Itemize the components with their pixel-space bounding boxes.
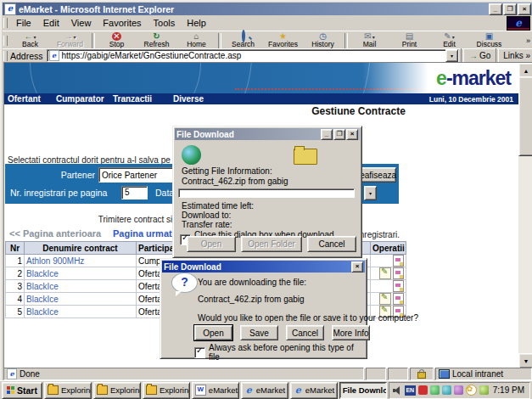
window-title: eMarket - Microsoft Internet Explorer: [19, 4, 488, 14]
progress-bar: [178, 188, 355, 198]
file-download-prompt-dialog: File Download × ? You are downloading th…: [160, 258, 367, 359]
taskbar-task-word-doc[interactable]: W eMarket1.doc...: [192, 382, 239, 399]
download-contract-icon[interactable]: [393, 267, 404, 279]
downloading-label: You are downloading the file:: [198, 278, 306, 287]
tray-icon-flower[interactable]: [466, 385, 477, 396]
stop-button[interactable]: ✕ Stop: [97, 32, 137, 49]
col-nr: Nr: [6, 242, 25, 255]
language-indicator[interactable]: EN: [405, 385, 416, 396]
menu-item[interactable]: File: [10, 17, 37, 29]
taskbar-task-exploring-1[interactable]: Exploring - D...: [44, 382, 92, 399]
toolbar-grip[interactable]: [3, 36, 8, 46]
date-dropdown-arrow[interactable]: ▾: [364, 186, 377, 200]
col-operatii: Operatii: [371, 242, 406, 255]
ie-icon: e: [294, 385, 303, 395]
status-pane: [366, 368, 386, 380]
tray-icon-leaf[interactable]: [479, 385, 489, 395]
nav-link[interactable]: Ofertant: [4, 94, 53, 104]
operations-cell: [371, 267, 406, 280]
per-page-input[interactable]: 5: [121, 186, 148, 200]
mail-button[interactable]: ✉▾ Mail: [350, 32, 389, 49]
print-button[interactable]: ▤ Print: [389, 32, 429, 49]
page-title: Gestiune Contracte: [276, 105, 441, 117]
close-button[interactable]: ×: [518, 3, 531, 15]
toolbar-overflow-chevron[interactable]: »: [526, 37, 532, 45]
home-button[interactable]: ⌂ Home: [176, 32, 216, 49]
menu-item[interactable]: Favorites: [97, 17, 147, 29]
go-icon: →: [469, 51, 478, 60]
maximize-button[interactable]: ❐: [333, 129, 345, 140]
download-file-name: Contract_462.zip from gabig: [182, 177, 288, 186]
favorites-button[interactable]: ★ Favorites: [263, 32, 303, 49]
taskbar-task-exploring-3[interactable]: Exploring - C:\...: [143, 382, 190, 399]
toolbar-grip[interactable]: [3, 51, 8, 61]
address-url[interactable]: https://gabig/eMarket/GnGestiuneContract…: [62, 51, 445, 60]
open-folder-button: Open Folder: [241, 236, 302, 252]
taskbar: Start Exploring - D... Exploring - D... …: [0, 380, 532, 399]
download-contract-icon[interactable]: [393, 280, 404, 292]
refresh-button[interactable]: ↻ Refresh: [137, 32, 176, 49]
dialog-title: File Download: [176, 130, 320, 139]
tray-icon-purple[interactable]: [454, 385, 463, 395]
taskbar-task-ie-list[interactable]: e eMarket - List...: [290, 382, 338, 399]
download-contract-icon[interactable]: [393, 293, 404, 305]
contract-link[interactable]: Athlon 900MHz: [26, 256, 84, 266]
taskbar-task-file-download[interactable]: File Download: [339, 382, 387, 399]
cancel-button[interactable]: Cancel: [307, 236, 356, 252]
download-file-name: Contract_462.zip from gabig: [198, 295, 305, 304]
contract-link[interactable]: BlackIce: [26, 269, 59, 278]
contract-link[interactable]: BlackIce: [26, 295, 59, 304]
close-icon[interactable]: ×: [346, 129, 358, 140]
open-button[interactable]: Open: [194, 325, 232, 340]
nav-link[interactable]: Cumparator: [53, 94, 109, 104]
taskbar-task-exploring-2[interactable]: Exploring - D...: [93, 382, 141, 399]
start-button[interactable]: Start: [2, 382, 42, 399]
close-icon[interactable]: ×: [351, 261, 363, 273]
minimize-button[interactable]: _: [321, 129, 333, 140]
contract-link[interactable]: BlackIce: [26, 282, 59, 291]
download-contract-icon[interactable]: [393, 255, 404, 267]
tray-icon-red[interactable]: [418, 385, 428, 395]
volume-icon[interactable]: [393, 385, 402, 395]
ie-throbber: e: [507, 16, 530, 31]
taskbar-task-ie-emarket[interactable]: e eMarket - Mic...: [241, 382, 288, 399]
scrollbar-thumb[interactable]: [518, 76, 532, 156]
edit-button[interactable]: ✎▾ Edit: [429, 32, 469, 49]
address-input[interactable]: e https://gabig/eMarket/GnGestiuneContra…: [47, 49, 459, 62]
back-button[interactable]: ←▾ Back: [10, 32, 50, 49]
vertical-scrollbar[interactable]: ▲ ▼: [518, 63, 532, 368]
status-text: Done: [20, 369, 40, 379]
search-icon: [242, 30, 245, 42]
history-button[interactable]: ◷ History: [303, 32, 343, 49]
menu-item[interactable]: View: [65, 17, 98, 29]
transfer-rate-label: Transfer rate:: [182, 220, 232, 229]
dialog-title: File Download: [164, 262, 350, 272]
cancel-button[interactable]: Cancel: [286, 325, 324, 340]
signature-icon[interactable]: [379, 293, 391, 305]
nav-link[interactable]: Diverse: [170, 94, 204, 104]
search-button[interactable]: Search: [223, 32, 263, 49]
address-dropdown-button[interactable]: ▾: [445, 49, 458, 62]
dialog-title-bar: File Download _ ❐ ×: [175, 128, 360, 140]
minimize-button[interactable]: _: [489, 3, 502, 15]
more-info-button[interactable]: More Info: [332, 325, 370, 340]
go-button[interactable]: → Go: [466, 50, 494, 62]
nav-link[interactable]: Tranzactii: [109, 94, 170, 104]
contract-link[interactable]: BlackIce: [26, 307, 59, 317]
menu-item[interactable]: Tools: [148, 17, 182, 29]
tray-icon-teal[interactable]: [442, 385, 451, 395]
signature-icon[interactable]: [379, 267, 391, 279]
scroll-down-arrow[interactable]: ▼: [518, 353, 532, 368]
toolbar-grip[interactable]: [3, 18, 8, 28]
main-nav: OfertantCumparatorTranzactiiDiverse Luni…: [4, 93, 518, 104]
menu-item[interactable]: Edit: [37, 17, 65, 29]
menu-item[interactable]: Help: [181, 17, 212, 29]
discuss-button[interactable]: ▣ Discuss: [469, 32, 509, 49]
save-button[interactable]: Save: [240, 325, 278, 340]
tray-icon-green[interactable]: [430, 385, 440, 395]
links-bar[interactable]: Links »: [501, 51, 532, 60]
maximize-button[interactable]: ❐: [503, 3, 517, 15]
always-ask-checkbox[interactable]: [194, 347, 205, 358]
file-download-progress-dialog: File Download _ ❐ × Getting File Informa…: [172, 126, 362, 258]
operations-cell: [371, 255, 406, 267]
